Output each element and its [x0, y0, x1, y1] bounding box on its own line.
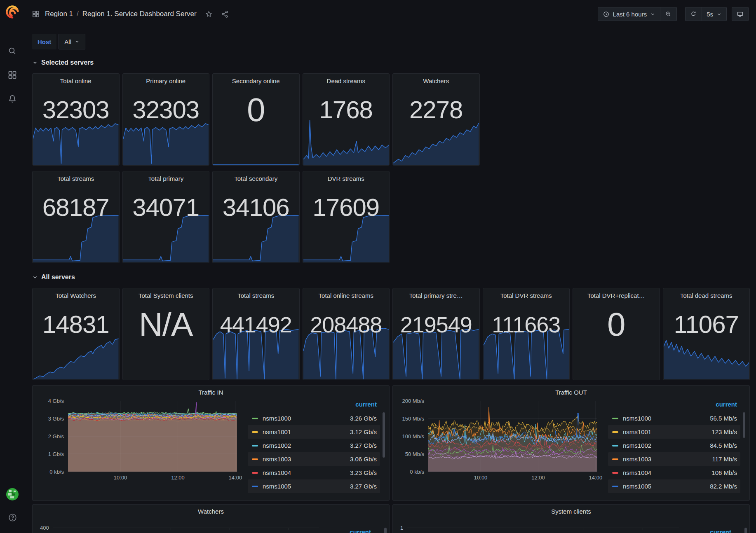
time-controls-group: Last 6 hours: [598, 7, 677, 21]
y-axis-label: 400: [40, 525, 49, 531]
row-header-selected-servers[interactable]: Selected servers: [32, 57, 750, 68]
refresh-interval-dropdown[interactable]: 5s: [702, 7, 726, 21]
stat-sparkline: [303, 117, 389, 165]
stat-panel-title[interactable]: Total secondary: [213, 171, 299, 182]
legend-current-header: current: [710, 528, 731, 533]
zoom-out-button[interactable]: [660, 7, 676, 21]
legend-item[interactable]: nsms10033.06 Gb/s: [248, 452, 380, 466]
legend-item[interactable]: nsms1004106 Mb/s: [608, 466, 740, 479]
graphs-row: Traffic IN 4 Gb/s3 Gb/s2 Gb/s1 Gb/s0 kb/…: [32, 385, 750, 501]
stat-value: 0: [213, 94, 299, 126]
stat-panel-title[interactable]: Total dead streams: [663, 288, 750, 299]
legend-item[interactable]: nsms10003.26 Gb/s: [248, 411, 380, 425]
grafana-logo[interactable]: [5, 5, 19, 21]
time-range-picker[interactable]: Last 6 hours: [598, 7, 660, 21]
legend-scrollbar[interactable]: [383, 412, 385, 458]
y-axis: 200 Mb/s150 Mb/s100 Mb/s50 Mb/s0 kb/s: [396, 401, 428, 472]
legend: currentnsms10003.26 Gb/snsms10013.12 Gb/…: [248, 401, 385, 493]
series-name: nsms1003: [263, 456, 291, 463]
legend-scrollbar[interactable]: [744, 528, 747, 533]
legend-scrollbar[interactable]: [743, 412, 745, 438]
y-axis-label: 1: [400, 525, 403, 531]
legend-current-header: current: [248, 401, 380, 411]
stat-panel-title[interactable]: Total streams: [213, 288, 299, 299]
stat-panel: Total System clientsN/A: [122, 288, 210, 380]
help-icon[interactable]: [8, 513, 17, 522]
chevron-down-icon: [32, 60, 38, 65]
legend-item[interactable]: nsms10013.12 Gb/s: [248, 425, 380, 439]
series-color-swatch: [252, 418, 258, 419]
stat-panel-title[interactable]: Total primary: [123, 171, 209, 182]
y-axis-label: 100 Mb/s: [402, 433, 424, 439]
stat-panel-title[interactable]: Watchers: [393, 74, 479, 84]
axis-gridline: [53, 528, 319, 528]
dashboards-grid-icon[interactable]: [7, 70, 17, 80]
variable-value-dropdown[interactable]: All: [59, 34, 85, 49]
chevron-down-icon: [32, 274, 38, 280]
legend-item[interactable]: nsms10043.23 Gb/s: [248, 466, 380, 479]
stat-panel: Total DVR streams111663: [483, 288, 570, 380]
stat-row: Total streams68187Total primary34071Tota…: [32, 171, 750, 263]
alerting-bell-icon[interactable]: [7, 94, 17, 104]
refresh-button[interactable]: [686, 7, 702, 21]
stat-panel-title[interactable]: Secondary online: [213, 74, 299, 84]
variable-selected-value: All: [64, 38, 71, 45]
breadcrumb-folder[interactable]: Region 1: [45, 10, 73, 18]
y-axis-label: 50 Mb/s: [405, 451, 424, 457]
stat-panel: Total secondary34106: [212, 171, 300, 263]
panel-title[interactable]: Traffic OUT: [393, 389, 749, 396]
stat-panel-title[interactable]: Total Watchers: [33, 288, 119, 299]
x-axis-label: 14:00: [589, 475, 603, 481]
series-current-value: 123 Mb/s: [711, 428, 737, 435]
stat-panel-title[interactable]: Total online streams: [303, 288, 390, 299]
share-icon[interactable]: [221, 10, 229, 18]
refresh-icon: [690, 11, 697, 18]
series-current-value: 3.23 Gb/s: [350, 469, 377, 476]
legend-scrollbar[interactable]: [384, 528, 387, 533]
legend-item[interactable]: nsms1001123 Mb/s: [608, 425, 740, 439]
series-color-swatch: [612, 458, 618, 460]
x-axis-label: 10:00: [114, 475, 127, 481]
star-icon[interactable]: [205, 10, 213, 18]
stat-panel-title[interactable]: Total System clients: [123, 288, 209, 299]
series-name: nsms1001: [263, 428, 291, 435]
refresh-controls-group: 5s: [685, 7, 727, 21]
stat-panel-title[interactable]: Total online: [33, 74, 119, 84]
stat-sparkline: [123, 117, 209, 165]
panel-title[interactable]: System clients: [393, 508, 749, 515]
series-current-value: 106 Mb/s: [711, 469, 737, 476]
breadcrumb-dashboard-title[interactable]: Region 1. Service Dashboard Server: [82, 10, 197, 18]
stat-panel-title[interactable]: Total DVR streams: [483, 288, 570, 299]
legend-item[interactable]: nsms10053.27 Gb/s: [248, 479, 380, 493]
cycle-view-button[interactable]: [732, 7, 748, 21]
stat-panel-title[interactable]: Primary online: [123, 74, 209, 84]
series-name: nsms1000: [623, 415, 651, 422]
legend-item[interactable]: nsms100284.5 Mb/s: [608, 439, 740, 452]
row-header-all-servers[interactable]: All servers: [32, 271, 750, 283]
panel-title[interactable]: Watchers: [33, 508, 389, 515]
stat-value: 2278: [393, 98, 479, 122]
series-name: nsms1002: [263, 442, 291, 449]
stat-panel-title[interactable]: Total streams: [33, 171, 119, 182]
user-avatar[interactable]: [6, 488, 19, 502]
legend-item[interactable]: nsms10023.27 Gb/s: [248, 439, 380, 452]
legend-item[interactable]: nsms100582.2 Mb/s: [608, 479, 740, 493]
search-icon[interactable]: [7, 46, 17, 56]
legend-item[interactable]: nsms1003117 Mb/s: [608, 452, 740, 466]
stat-panel-title[interactable]: Dead streams: [303, 74, 390, 84]
x-axis-label: 12:00: [171, 475, 185, 481]
top-navbar: Region 1 / Region 1. Service Dashboard S…: [25, 0, 756, 28]
plot-area: 10:0012:0014:00: [68, 401, 237, 493]
stat-row: Total Watchers14831Total System clientsN…: [32, 288, 750, 380]
stat-panel-title[interactable]: DVR streams: [303, 171, 390, 182]
stat-row: Total online32303Primary online32303Seco…: [32, 73, 750, 166]
timeseries-panel-system-clients: System clients 1 current: [392, 504, 750, 533]
legend-item[interactable]: nsms100056.5 Mb/s: [608, 411, 740, 425]
stat-panel-title[interactable]: Total DVR+replicat…: [573, 288, 660, 299]
series-name: nsms1005: [623, 483, 651, 490]
stat-panel-title[interactable]: Total primary stre…: [393, 288, 479, 299]
y-axis-label: 1 Gb/s: [48, 451, 64, 457]
refresh-interval-value: 5s: [707, 11, 713, 18]
plot-area: 10:0012:0014:00: [428, 401, 597, 493]
panel-title[interactable]: Traffic IN: [33, 389, 389, 396]
